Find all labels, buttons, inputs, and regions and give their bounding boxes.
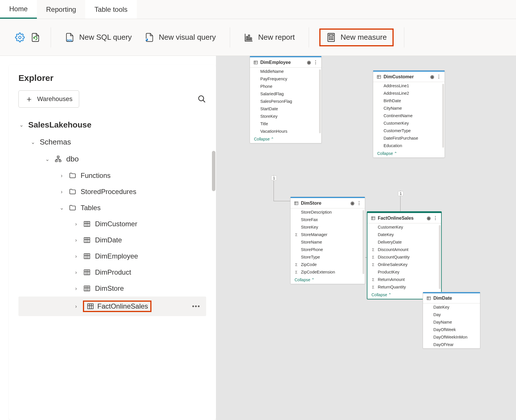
field-row[interactable]: DeliveryDate <box>367 238 441 246</box>
new-report-button[interactable]: New report <box>240 30 298 45</box>
field-row[interactable]: ΣZipCode <box>291 261 365 268</box>
field-row[interactable]: CustomerKey <box>373 119 445 127</box>
tab-reporting[interactable]: Reporting <box>37 0 85 19</box>
tree-stored-procedures[interactable]: › StoredProcedures <box>18 184 206 200</box>
tree-table-dimemployee[interactable]: › DimEmployee <box>18 248 206 264</box>
field-row[interactable]: ΣReturnQuantity <box>367 283 441 291</box>
field-row[interactable]: ContinentName <box>373 112 445 119</box>
diagram-table-dimstore[interactable]: DimStore ◉⋮ StoreDescription StoreFax St… <box>290 197 365 284</box>
collapse-button[interactable]: Collapse⌃ <box>250 135 321 143</box>
field-row[interactable]: DayOfWeek <box>423 326 480 333</box>
field-row[interactable]: PayFrequency <box>250 75 321 83</box>
field-row[interactable]: ΣOnlineSalesKey <box>367 261 441 268</box>
more-options-icon[interactable]: ••• <box>192 303 200 310</box>
diagram-table-dimcustomer[interactable]: DimCustomer ◉⋮ AddressLine1 AddressLine2… <box>373 70 445 158</box>
tree-schemas[interactable]: ⌄ Schemas <box>18 134 206 151</box>
tree-table-dimcustomer[interactable]: › DimCustomer <box>18 216 206 232</box>
tree-functions[interactable]: › Functions <box>18 168 206 184</box>
field-row[interactable]: DayName <box>423 318 480 326</box>
stored-procedures-label: StoredProcedures <box>81 188 136 196</box>
field-row[interactable]: AddressLine2 <box>373 90 445 97</box>
field-row[interactable]: Title <box>250 120 321 128</box>
tree-root-saleslakehouse[interactable]: ⌄ SalesLakehouse <box>18 116 206 134</box>
field-row[interactable]: SalesPersonFlag <box>250 98 321 105</box>
diagram-table-dimemployee[interactable]: DimEmployee ◉⋮ MiddleName PayFrequency P… <box>250 56 322 143</box>
field-row[interactable]: StoreType <box>291 253 365 261</box>
table-scrollbar[interactable] <box>319 69 321 133</box>
table-body: CustomerKey DateKey DeliveryDate ΣDiscou… <box>367 223 441 291</box>
field-row[interactable]: CustomerType <box>373 127 445 134</box>
field-row[interactable]: DayOfWeekInMon <box>423 333 480 341</box>
schema-icon <box>54 155 62 163</box>
field-row[interactable]: Day <box>423 311 480 318</box>
diagram-canvas[interactable]: 1 ◁▷ * 1 ◁▷ 1 ◁▷ * * DimEmployee ◉⋮ Midd… <box>216 56 516 420</box>
table-scrollbar[interactable] <box>439 225 441 289</box>
field-row[interactable]: DateKey <box>423 303 480 311</box>
field-row[interactable]: StartDate <box>250 105 321 113</box>
diagram-table-dimdate[interactable]: DimDate DateKey Day DayName DayOfWeek Da… <box>423 292 480 349</box>
chevron-down-icon: ⌄ <box>44 156 50 162</box>
field-row[interactable]: AddressLine1 <box>373 82 445 90</box>
field-row[interactable]: DayOfYear <box>423 341 480 348</box>
tab-home[interactable]: Home <box>0 0 37 19</box>
settings-icon[interactable] <box>15 33 25 42</box>
visibility-icon[interactable]: ◉ <box>427 215 431 221</box>
field-row[interactable]: BirthDate <box>373 97 445 104</box>
field-row[interactable]: Phone <box>250 83 321 90</box>
field-row[interactable]: Education <box>373 142 445 149</box>
explorer-title: Explorer <box>18 73 206 83</box>
field-row[interactable]: ΣDiscountQuantity <box>367 253 441 261</box>
tree-table-factonlinesales[interactable]: › FactOnlineSales ••• <box>18 297 206 316</box>
tree-tables[interactable]: ⌄ Tables <box>18 200 206 216</box>
search-icon[interactable] <box>198 95 206 103</box>
sidebar-scrollbar[interactable] <box>212 151 215 191</box>
table-icon <box>83 284 91 292</box>
table-title: DimDate <box>433 296 452 301</box>
visibility-icon[interactable]: ◉ <box>350 200 354 206</box>
warehouses-button[interactable]: ＋ Warehouses <box>18 90 79 108</box>
field-row[interactable]: DateKey <box>367 231 441 238</box>
collapse-button[interactable]: Collapse⌃ <box>291 276 365 284</box>
calculator-icon <box>326 33 336 42</box>
diagram-table-factonlinesales[interactable]: FactOnlineSales ◉⋮ CustomerKey DateKey D… <box>367 211 442 299</box>
field-row[interactable]: CityName <box>373 104 445 112</box>
table-scrollbar[interactable] <box>363 210 364 274</box>
table-scrollbar[interactable] <box>442 84 444 148</box>
field-row[interactable]: SalariedFlag <box>250 90 321 98</box>
field-row[interactable]: DateFirstPurchase <box>373 134 445 142</box>
visibility-icon[interactable]: ◉ <box>430 74 434 79</box>
table-label: DimEmployee <box>95 252 138 260</box>
refresh-icon[interactable] <box>31 33 40 42</box>
field-row[interactable]: StoreDescription <box>291 208 365 216</box>
more-icon[interactable]: ⋮ <box>357 200 361 206</box>
tree-table-dimstore[interactable]: › DimStore <box>18 280 206 297</box>
tree-table-dimdate[interactable]: › DimDate <box>18 232 206 248</box>
new-sql-query-button[interactable]: SQL New SQL query <box>61 30 135 45</box>
tree-table-dimproduct[interactable]: › DimProduct <box>18 264 206 280</box>
field-row[interactable]: ΣDiscountAmount <box>367 246 441 253</box>
field-row[interactable]: VacationHours <box>250 128 321 135</box>
field-row[interactable]: StoreKey <box>250 113 321 120</box>
field-row[interactable]: ΣStoreManager <box>291 231 365 238</box>
visibility-icon[interactable]: ◉ <box>307 60 311 65</box>
field-row[interactable]: StoreName <box>291 238 365 246</box>
tree-dbo[interactable]: ⌄ dbo <box>18 151 206 168</box>
new-visual-query-button[interactable]: New visual query <box>141 30 219 45</box>
svg-point-9 <box>329 37 330 38</box>
field-row[interactable]: StoreKey <box>291 223 365 231</box>
field-row[interactable]: StoreFax <box>291 216 365 223</box>
tab-table-tools[interactable]: Table tools <box>85 0 137 19</box>
field-row[interactable]: MiddleName <box>250 68 321 75</box>
field-row[interactable]: ΣReturnAmount <box>367 276 441 283</box>
field-row[interactable]: CustomerKey <box>367 223 441 231</box>
collapse-button[interactable]: Collapse⌃ <box>373 149 445 157</box>
field-row[interactable]: ProductKey <box>367 268 441 276</box>
new-measure-button[interactable]: New measure <box>319 28 394 46</box>
table-title: DimStore <box>301 201 321 206</box>
more-icon[interactable]: ⋮ <box>313 60 318 65</box>
field-row[interactable]: ΣZipCodeExtension <box>291 268 365 276</box>
svg-line-16 <box>203 100 205 102</box>
more-icon[interactable]: ⋮ <box>433 215 438 221</box>
field-row[interactable]: StorePhone <box>291 246 365 253</box>
more-icon[interactable]: ⋮ <box>437 74 441 79</box>
